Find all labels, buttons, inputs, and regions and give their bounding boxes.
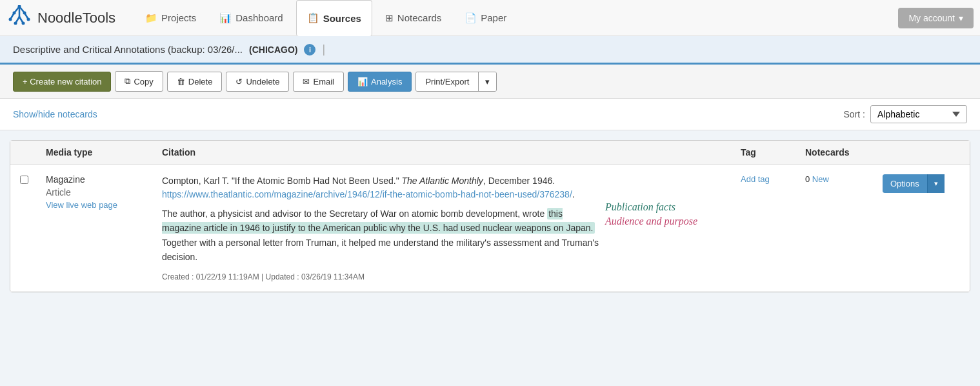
- dashboard-icon: 📊: [219, 12, 232, 24]
- sort-select[interactable]: Alphabetic Date added Date modified Medi…: [870, 105, 967, 123]
- citations-table: Media type Citation Tag Notecards Magazi…: [10, 140, 970, 292]
- nav-label-dashboard: Dashboard: [235, 12, 283, 23]
- trash-icon: 🗑: [177, 77, 185, 86]
- logo-icon: [6, 5, 32, 31]
- sort-area: Sort : Alphabetic Date added Date modifi…: [844, 105, 967, 123]
- citation-authors: Compton, Karl T. "If the Atomic Bomb Had…: [162, 176, 402, 186]
- media-type-label: Magazine: [46, 174, 162, 185]
- email-button[interactable]: ✉ Email: [293, 72, 344, 92]
- copy-label: Copy: [134, 77, 153, 86]
- nav-label-sources: Sources: [323, 13, 361, 24]
- options-dropdown-arrow[interactable]: ▾: [927, 174, 945, 193]
- row-checkbox-cell: [20, 174, 46, 184]
- my-account-button[interactable]: My account ▾: [898, 8, 974, 28]
- options-cell: Options ▾: [883, 174, 960, 193]
- sort-label: Sort :: [844, 109, 865, 119]
- header-notecards: Notecards: [805, 147, 883, 157]
- citation-journal: The Atlantic Monthly: [402, 176, 483, 186]
- toolbar: + Create new citation ⧉ Copy 🗑 Delete ↺ …: [0, 65, 980, 99]
- project-title: Descriptive and Critical Annotations (ba…: [13, 44, 243, 55]
- nav-item-sources[interactable]: 📋 Sources: [296, 0, 372, 36]
- citation-url-link[interactable]: https://www.theatlantic.com/magazine/arc…: [162, 189, 572, 199]
- table-row: Magazine Article View live web page Comp…: [10, 165, 970, 292]
- tag-cell: Add tag: [741, 174, 805, 184]
- delete-button[interactable]: 🗑 Delete: [167, 72, 223, 92]
- citation-date: , December 1946.: [483, 176, 555, 186]
- print-export-button[interactable]: Print/Export: [416, 72, 478, 91]
- create-new-citation-button[interactable]: + Create new citation: [13, 72, 111, 92]
- nav-item-projects[interactable]: 📁 Projects: [135, 0, 206, 36]
- print-export-group: Print/Export ▾: [415, 72, 497, 92]
- header-options-spacer: [883, 147, 960, 157]
- svg-point-11: [27, 17, 30, 21]
- svg-point-12: [14, 21, 17, 25]
- undo-icon: ↺: [235, 77, 243, 86]
- notecards-new-link[interactable]: New: [812, 174, 829, 184]
- undelete-button[interactable]: ↺ Undelete: [226, 72, 289, 92]
- add-tag-link[interactable]: Add tag: [741, 174, 770, 184]
- nav-items: 📁 Projects 📊 Dashboard 📋 Sources ⊞ Notec…: [135, 0, 898, 36]
- header-media-type: Media type: [46, 147, 162, 157]
- citation-timestamps: Created : 01/22/19 11:19AM | Updated : 0…: [162, 272, 734, 281]
- sources-icon: 📋: [307, 12, 319, 24]
- undelete-label: Undelete: [246, 77, 279, 86]
- project-style: (CHICAGO): [249, 45, 297, 55]
- logo-area: NoodleTools: [6, 5, 115, 31]
- annotation-label-audience-purpose: Audience and purpose: [605, 216, 734, 227]
- citation-cell: Compton, Karl T. "If the Atomic Bomb Had…: [162, 174, 741, 281]
- header-checkbox-cell: [20, 147, 46, 157]
- notecards-count: 0: [805, 174, 810, 184]
- annotation-label-publication-facts: Publication facts: [605, 201, 734, 213]
- notecards-icon: ⊞: [385, 12, 394, 24]
- svg-point-9: [23, 11, 26, 14]
- nav-item-notecards[interactable]: ⊞ Notecards: [375, 0, 452, 36]
- table-header-row: Media type Citation Tag Notecards: [10, 141, 970, 165]
- pipe-divider: |: [322, 43, 325, 56]
- nav-item-dashboard[interactable]: 📊 Dashboard: [209, 0, 293, 36]
- paper-icon: 📄: [465, 12, 477, 24]
- print-export-dropdown-arrow[interactable]: ▾: [478, 72, 496, 91]
- view-live-web-page-link[interactable]: View live web page: [46, 200, 162, 210]
- email-label: Email: [313, 77, 334, 86]
- media-type-cell: Magazine Article View live web page: [46, 174, 162, 210]
- header-tag: Tag: [741, 147, 805, 157]
- svg-point-8: [13, 11, 16, 14]
- media-sub-label: Article: [46, 187, 162, 198]
- citation-period: .: [572, 189, 575, 199]
- annotation-text-area: The author, a physicist and advisor to t…: [162, 201, 599, 265]
- options-main-button[interactable]: Options: [883, 174, 927, 193]
- my-account-label: My account: [908, 13, 955, 23]
- svg-point-10: [9, 17, 12, 21]
- analysis-button[interactable]: 📊 Analysis: [348, 72, 412, 92]
- email-icon: ✉: [303, 77, 310, 86]
- nav-label-paper: Paper: [481, 12, 506, 23]
- delete-label: Delete: [188, 77, 213, 86]
- nav-label-notecards: Notecards: [397, 12, 441, 23]
- copy-icon: ⧉: [125, 76, 130, 86]
- annotation-post-text: Together with a personal letter from Tru…: [162, 238, 599, 262]
- annotation-pre-text: The author, a physicist and advisor to t…: [162, 208, 547, 219]
- header-citation: Citation: [162, 147, 741, 157]
- projects-icon: 📁: [145, 12, 157, 24]
- chart-icon: 📊: [357, 77, 368, 86]
- options-button-group: Options ▾: [883, 174, 960, 193]
- annotation-wrapper: The author, a physicist and advisor to t…: [162, 201, 734, 265]
- info-icon[interactable]: i: [304, 44, 315, 56]
- row-checkbox[interactable]: [20, 176, 28, 184]
- analysis-label: Analysis: [371, 77, 402, 86]
- copy-button[interactable]: ⧉ Copy: [115, 71, 163, 92]
- sub-toolbar: Show/hide notecards Sort : Alphabetic Da…: [0, 99, 980, 130]
- project-bar: Descriptive and Critical Annotations (ba…: [0, 36, 980, 65]
- nav-item-paper[interactable]: 📄 Paper: [454, 0, 517, 36]
- annotation-side-labels: Publication facts Audience and purpose: [605, 201, 734, 227]
- logo-text: NoodleTools: [37, 10, 115, 26]
- citation-annotation: The author, a physicist and advisor to t…: [162, 207, 599, 265]
- svg-point-13: [22, 21, 25, 25]
- top-navigation: NoodleTools 📁 Projects 📊 Dashboard 📋 Sou…: [0, 0, 980, 36]
- show-hide-notecards-link[interactable]: Show/hide notecards: [13, 109, 97, 119]
- chevron-down-icon: ▾: [959, 13, 963, 23]
- citation-text: Compton, Karl T. "If the Atomic Bomb Had…: [162, 174, 734, 201]
- notecards-cell: 0 New: [805, 174, 883, 184]
- nav-label-projects: Projects: [161, 12, 196, 23]
